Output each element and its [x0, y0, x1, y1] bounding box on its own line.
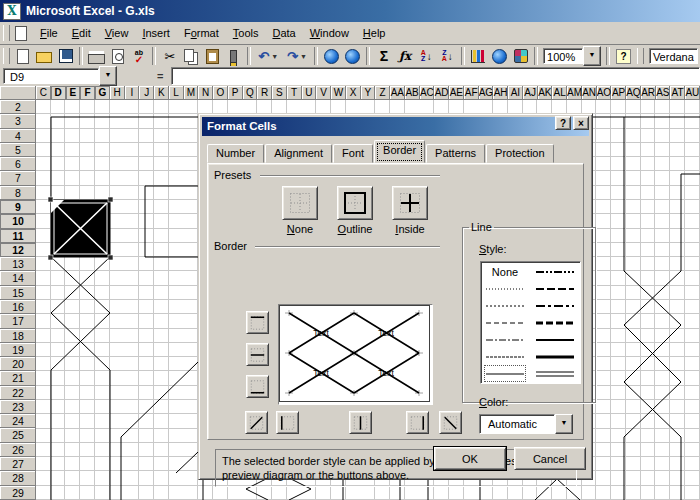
toolbar-grip[interactable] [637, 48, 644, 64]
column-header-I[interactable]: I [125, 86, 140, 100]
row-header-21[interactable]: 21 [0, 371, 36, 385]
column-header-AP[interactable]: AP [611, 86, 626, 100]
sort-ascending-icon[interactable]: AZ↓ [416, 46, 437, 66]
row-header-22[interactable]: 22 [0, 386, 36, 400]
line-style-option[interactable] [534, 263, 576, 280]
menu-tools[interactable]: Tools [226, 24, 266, 42]
line-color-combo[interactable]: Automatic ▼ [479, 414, 573, 434]
chevron-down-icon[interactable]: ▼ [555, 414, 573, 434]
column-header-W[interactable]: W [331, 86, 346, 100]
format-painter-icon[interactable] [223, 46, 244, 66]
row-header-24[interactable]: 24 [0, 414, 36, 428]
column-header-AD[interactable]: AD [434, 86, 449, 100]
column-header-V[interactable]: V [316, 86, 331, 100]
name-box[interactable]: D9 [3, 68, 99, 84]
row-header-3[interactable]: 3 [0, 114, 36, 128]
column-header-U[interactable]: U [302, 86, 317, 100]
undo-icon[interactable]: ↶▼ [254, 46, 283, 66]
menu-file[interactable]: File [33, 24, 65, 42]
dialog-title-bar[interactable]: Format Cells [202, 117, 589, 136]
column-header-Y[interactable]: Y [361, 86, 376, 100]
preset-none-button[interactable] [282, 186, 318, 220]
close-icon[interactable]: × [573, 116, 589, 130]
autosum-icon[interactable]: Σ [373, 46, 394, 66]
column-header-AB[interactable]: AB [405, 86, 420, 100]
column-header-H[interactable]: H [110, 86, 125, 100]
open-icon[interactable] [34, 46, 55, 66]
column-header-T[interactable]: T [287, 86, 302, 100]
worksheet-menu-icon[interactable] [15, 26, 27, 41]
column-header-AU[interactable]: AU [685, 86, 700, 100]
row-header-20[interactable]: 20 [0, 357, 36, 371]
column-header-AF[interactable]: AF [464, 86, 479, 100]
border-top-button[interactable] [246, 311, 269, 334]
spelling-icon[interactable]: ab✓ [128, 46, 149, 66]
row-header-29[interactable]: 29 [0, 486, 36, 500]
paste-function-icon[interactable]: ƒx [395, 46, 416, 66]
column-header-AL[interactable]: AL [552, 86, 567, 100]
print-icon[interactable] [86, 46, 107, 66]
column-header-AG[interactable]: AG [479, 86, 494, 100]
menu-help[interactable]: Help [356, 24, 393, 42]
sort-descending-icon[interactable]: ZA↓ [437, 46, 458, 66]
print-preview-icon[interactable] [107, 46, 128, 66]
web-toolbar-icon[interactable] [342, 46, 363, 66]
line-style-option[interactable] [534, 331, 576, 348]
menubar-grip[interactable] [3, 25, 10, 41]
border-preview-diagram[interactable]: TextTextTextText [278, 304, 433, 405]
line-style-option[interactable] [534, 314, 576, 331]
line-style-listbox[interactable]: None [480, 261, 581, 384]
select-all-corner[interactable] [0, 86, 36, 100]
toolbar-grip[interactable] [3, 48, 10, 64]
line-style-option[interactable] [534, 365, 576, 382]
border-diagonal-down-button[interactable] [439, 411, 462, 434]
tab-patterns[interactable]: Patterns [426, 144, 485, 163]
menu-data[interactable]: Data [265, 24, 302, 42]
tab-font[interactable]: Font [333, 144, 373, 163]
column-header-N[interactable]: N [198, 86, 213, 100]
column-header-AH[interactable]: AH [493, 86, 508, 100]
column-header-C[interactable]: C [36, 86, 51, 100]
paste-icon[interactable] [202, 46, 223, 66]
line-style-option[interactable] [484, 331, 526, 348]
dialog-help-icon[interactable]: ? [555, 116, 571, 130]
row-header-14[interactable]: 14 [0, 271, 36, 285]
cut-icon[interactable]: ✂ [159, 46, 180, 66]
tab-alignment[interactable]: Alignment [265, 144, 332, 163]
preset-inside-button[interactable] [392, 186, 428, 220]
border-inner-vertical-button[interactable] [349, 411, 372, 434]
name-box-dropdown-icon[interactable]: ▼ [99, 66, 117, 86]
row-header-8[interactable]: 8 [0, 186, 36, 200]
column-header-R[interactable]: R [257, 86, 272, 100]
column-header-E[interactable]: E [66, 86, 81, 100]
column-header-Q[interactable]: Q [243, 86, 258, 100]
zoom-combo[interactable]: 100%▼ [543, 47, 601, 65]
line-style-option[interactable] [534, 348, 576, 365]
preset-outline-button[interactable] [337, 186, 373, 220]
line-style-option[interactable] [484, 280, 526, 297]
column-header-AS[interactable]: AS [656, 86, 671, 100]
column-header-AK[interactable]: AK [538, 86, 553, 100]
border-diagonal-up-button[interactable] [245, 411, 268, 434]
line-style-option[interactable] [534, 297, 576, 314]
menu-format[interactable]: Format [177, 24, 226, 42]
row-header-17[interactable]: 17 [0, 314, 36, 328]
border-right-button[interactable] [406, 411, 429, 434]
insert-hyperlink-icon[interactable] [321, 46, 342, 66]
column-header-AE[interactable]: AE [449, 86, 464, 100]
copy-icon[interactable] [180, 46, 201, 66]
line-style-option[interactable] [534, 280, 576, 297]
column-header-AR[interactable]: AR [641, 86, 656, 100]
formula-input[interactable] [171, 67, 700, 85]
menu-window[interactable]: Window [303, 24, 356, 42]
menu-edit[interactable]: Edit [65, 24, 98, 42]
column-header-J[interactable]: J [139, 86, 154, 100]
menu-view[interactable]: View [98, 24, 136, 42]
row-header-6[interactable]: 6 [0, 157, 36, 171]
column-header-G[interactable]: G [95, 86, 110, 100]
row-header-4[interactable]: 4 [0, 129, 36, 143]
row-header-11[interactable]: 11 [0, 229, 36, 243]
line-style-option[interactable] [484, 348, 526, 365]
row-header-19[interactable]: 19 [0, 343, 36, 357]
column-header-AM[interactable]: AM [567, 86, 582, 100]
